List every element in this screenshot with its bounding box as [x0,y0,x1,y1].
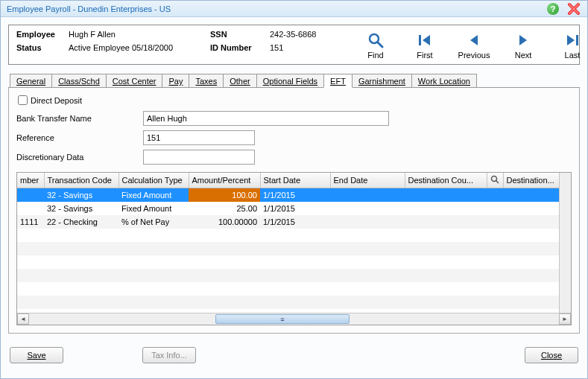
table-row[interactable] [17,269,559,282]
table-row[interactable]: 32 - Savings Fixed Amount 25.00 1/1/2015 [17,202,559,215]
tab-eft[interactable]: EFT [323,74,353,88]
reference-input[interactable] [143,130,255,145]
tab-other[interactable]: Other [223,74,257,87]
next-icon [515,31,531,49]
svg-rect-7 [576,35,578,45]
ssn-value: 242-35-6868 [270,30,359,39]
svg-rect-2 [419,35,421,45]
first-icon [417,31,433,49]
idnumber-value: 151 [270,43,359,52]
save-button[interactable]: Save [10,347,63,363]
tab-optional-fields[interactable]: Optional Fields [256,74,324,87]
previous-button[interactable]: Previous [458,31,490,60]
svg-line-1 [378,42,383,48]
col-lookup[interactable] [487,173,503,188]
next-button[interactable]: Next [507,31,540,60]
eft-datagrid[interactable]: mber Transaction Code Calculation Type A… [16,172,572,325]
find-button[interactable]: Find [359,31,392,60]
tab-pay[interactable]: Pay [162,74,189,87]
tab-class-schd[interactable]: Class/Schd [51,74,107,87]
magnifier-icon [367,31,384,49]
title-bar: Employee Payroll - Dunedin Enterprises -… [1,1,587,17]
window-title: Employee Payroll - Dunedin Enterprises -… [7,4,171,13]
idnumber-label: ID Number [210,43,270,52]
svg-point-8 [491,176,496,182]
vertical-scrollbar[interactable] [559,173,571,313]
tab-general[interactable]: General [10,74,52,87]
col-calculation-type[interactable]: Calculation Type [118,173,189,188]
employee-value: Hugh F Allen [69,30,210,39]
scroll-left-icon[interactable]: ◄ [17,313,29,325]
next-label: Next [515,51,532,60]
tab-garnishment[interactable]: Garnishment [352,74,412,87]
horizontal-scrollbar[interactable]: ◄ ≡ ► [17,313,571,325]
status-label: Status [16,43,69,52]
svg-marker-3 [423,35,430,45]
table-row[interactable]: 32 - Savings Fixed Amount 100.00 1/1/201… [17,188,559,202]
svg-marker-5 [519,35,527,45]
tab-cost-center[interactable]: Cost Center [106,74,163,87]
last-button[interactable]: Last [556,31,588,60]
svg-line-9 [496,181,499,184]
eft-tab-panel: Direct Deposit Bank Transfer Name Refere… [8,88,580,334]
col-destination-country[interactable]: Destination Cou... [405,173,487,188]
table-row[interactable] [17,255,559,269]
last-label: Last [565,51,581,60]
table-row[interactable] [17,296,559,309]
first-label: First [417,51,432,60]
button-bar: Save Tax Info... Close [1,340,587,368]
col-amount-percent[interactable]: Amount/Percent [189,173,260,188]
discretionary-data-label: Discretionary Data [16,153,143,162]
col-destination[interactable]: Destination... [503,173,559,188]
direct-deposit-label: Direct Deposit [31,96,82,105]
find-label: Find [367,51,383,60]
tax-info-button[interactable]: Tax Info... [142,347,196,363]
bank-transfer-name-input[interactable] [143,111,389,126]
svg-marker-4 [470,35,478,45]
col-transaction-code[interactable]: Transaction Code [44,173,118,188]
col-number[interactable]: mber [17,173,44,188]
discretionary-data-input[interactable] [143,150,255,165]
previous-icon [466,31,482,49]
employee-payroll-window: Employee Payroll - Dunedin Enterprises -… [0,0,588,379]
col-start-date[interactable]: Start Date [260,173,330,188]
table-row[interactable] [17,282,559,296]
status-value: Active Employee 05/18/2000 [69,43,210,52]
ssn-label: SSN [210,30,270,39]
direct-deposit-checkbox[interactable] [18,95,28,105]
previous-label: Previous [458,51,490,60]
first-button[interactable]: First [408,31,441,60]
col-end-date[interactable]: End Date [330,173,405,188]
tab-strip: General Class/Schd Cost Center Pay Taxes… [8,74,580,88]
table-row[interactable] [17,229,559,242]
close-icon[interactable] [566,1,581,16]
table-row[interactable]: 1111 22 - Checking % of Net Pay 100.0000… [17,215,559,229]
tab-taxes[interactable]: Taxes [189,74,224,87]
employee-label: Employee [16,30,69,39]
employee-info-box: Employee Hugh F Allen SSN 242-35-6868 St… [8,25,580,65]
scroll-thumb[interactable]: ≡ [215,314,350,324]
svg-marker-6 [567,35,575,45]
grid-body: 32 - Savings Fixed Amount 100.00 1/1/201… [17,188,559,309]
scroll-right-icon[interactable]: ► [559,313,571,325]
tab-work-location[interactable]: Work Location [411,74,477,87]
reference-label: Reference [16,133,143,142]
last-icon [564,31,581,49]
table-row[interactable] [17,242,559,255]
help-icon[interactable]: ? [547,3,559,15]
bank-transfer-name-label: Bank Transfer Name [16,114,143,123]
close-button[interactable]: Close [525,347,578,363]
